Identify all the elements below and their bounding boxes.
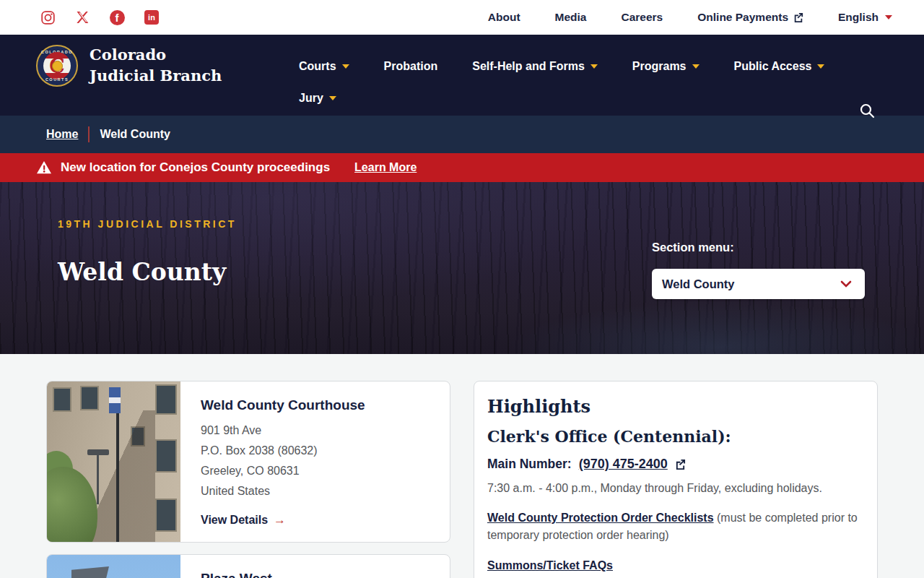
nav-menu: Courts Probation Self-Help and Forms Pro… bbox=[299, 51, 761, 114]
alert-message: New location for Conejos County proceedi… bbox=[61, 160, 330, 175]
seal-bottom-text: COURTS bbox=[38, 77, 77, 82]
breadcrumb-divider bbox=[88, 126, 90, 142]
courthouse-photo bbox=[47, 381, 180, 542]
section-menu-label: Section menu: bbox=[652, 241, 734, 254]
top-links: About Media Careers Online Payments Engl… bbox=[488, 11, 892, 24]
external-link-icon bbox=[675, 459, 686, 470]
seal-inner: C bbox=[43, 52, 71, 79]
brand-home-link[interactable]: COLORADO C COURTS Colorado Judicial Bran… bbox=[36, 45, 234, 87]
card-body: Plaza West bbox=[180, 555, 292, 578]
section-menu-value: Weld County bbox=[662, 277, 735, 291]
nav-item-programs[interactable]: Programs bbox=[632, 60, 699, 73]
protection-order-checklists-link[interactable]: Weld County Protection Order Checklists bbox=[487, 512, 714, 524]
brand-title: Colorado Judicial Branch bbox=[90, 45, 234, 87]
summons-ticket-faqs-link[interactable]: Summons/Ticket FAQs bbox=[487, 559, 613, 571]
external-link-icon bbox=[793, 12, 803, 22]
nav-item-label: Programs bbox=[632, 60, 687, 73]
language-label: English bbox=[838, 11, 879, 24]
nav-item-label: Courts bbox=[299, 60, 336, 73]
address-line-2: P.O. Box 2038 (80632) bbox=[201, 441, 365, 461]
nav-row-2: Jury bbox=[299, 82, 761, 114]
seal-gold-center bbox=[52, 61, 63, 72]
colorado-courts-seal-logo: COLORADO C COURTS bbox=[36, 45, 78, 87]
nav-item-public-access[interactable]: Public Access bbox=[734, 60, 825, 73]
address-line-3: Greeley, CO 80631 bbox=[201, 461, 365, 481]
highlights-title: Highlights bbox=[487, 396, 864, 417]
language-selector[interactable]: English bbox=[838, 11, 892, 24]
card-body: Weld County Courthouse 901 9th Ave P.O. … bbox=[180, 381, 385, 542]
social-icons: f in bbox=[40, 9, 160, 25]
summons-paragraph: Summons/Ticket FAQs bbox=[487, 557, 864, 574]
nav-item-self-help-and-forms[interactable]: Self-Help and Forms bbox=[472, 60, 598, 73]
top-link-online-payments[interactable]: Online Payments bbox=[697, 11, 803, 24]
nav-item-label: Jury bbox=[299, 92, 323, 105]
main-number-label: Main Number: bbox=[487, 457, 572, 472]
x-twitter-icon[interactable] bbox=[74, 9, 90, 25]
main-content: Weld County Courthouse 901 9th Ave P.O. … bbox=[0, 354, 924, 578]
main-navigation: COLORADO C COURTS Colorado Judicial Bran… bbox=[0, 35, 924, 116]
main-number-row: Main Number: (970) 475-2400 bbox=[487, 457, 864, 472]
breadcrumb: Home Weld County bbox=[0, 116, 924, 153]
nav-item-jury[interactable]: Jury bbox=[299, 92, 336, 105]
plaza-west-photo bbox=[47, 555, 180, 578]
linkedin-glyph: in bbox=[144, 10, 159, 25]
chevron-down-icon bbox=[329, 96, 336, 100]
district-eyebrow: 19TH JUDICIAL DISTRICT bbox=[58, 218, 237, 230]
clerks-office-heading: Clerk's Office (Centennial): bbox=[487, 427, 864, 446]
top-utility-bar: f in About Media Careers Online Payments… bbox=[0, 0, 924, 35]
address-line-4: United States bbox=[201, 481, 365, 501]
facebook-icon[interactable]: f bbox=[109, 9, 125, 25]
section-menu-dropdown[interactable]: Weld County bbox=[652, 269, 865, 299]
facebook-glyph: f bbox=[110, 10, 125, 25]
chevron-down-icon bbox=[885, 15, 892, 20]
nav-row-1: Courts Probation Self-Help and Forms Pro… bbox=[299, 51, 761, 82]
chevron-down-icon bbox=[840, 280, 852, 288]
nav-item-courts[interactable]: Courts bbox=[299, 60, 349, 73]
top-link-careers[interactable]: Careers bbox=[622, 11, 663, 24]
search-icon[interactable] bbox=[859, 103, 875, 118]
chevron-down-icon bbox=[342, 64, 349, 69]
location-card-weld-county-courthouse: Weld County Courthouse 901 9th Ave P.O. … bbox=[46, 381, 450, 543]
view-details-label: View Details bbox=[201, 514, 268, 527]
linkedin-icon[interactable]: in bbox=[144, 9, 160, 25]
nav-item-label: Public Access bbox=[734, 60, 812, 73]
breadcrumb-current: Weld County bbox=[100, 128, 170, 141]
protection-order-paragraph: Weld County Protection Order Checklists … bbox=[487, 509, 864, 544]
instagram-icon[interactable] bbox=[40, 9, 56, 25]
hero-banner: 19TH JUDICIAL DISTRICT Weld County Secti… bbox=[0, 182, 924, 354]
location-card-plaza-west: Plaza West bbox=[46, 554, 450, 578]
alert-learn-more-link[interactable]: Learn More bbox=[354, 161, 417, 174]
alert-banner: New location for Conejos County proceedi… bbox=[0, 153, 924, 182]
office-hours: 7:30 a.m. - 4:00 p.m., Monday through Fr… bbox=[487, 482, 864, 495]
page-title: Weld County bbox=[58, 258, 226, 286]
view-details-link[interactable]: View Details → bbox=[201, 513, 365, 527]
nav-item-label: Probation bbox=[384, 60, 438, 73]
highlights-panel: Highlights Clerk's Office (Centennial): … bbox=[474, 381, 878, 578]
nav-item-probation[interactable]: Probation bbox=[384, 60, 438, 73]
chevron-down-icon bbox=[590, 64, 598, 69]
chevron-down-icon bbox=[692, 64, 699, 69]
top-link-media[interactable]: Media bbox=[555, 11, 587, 24]
main-number-phone-link[interactable]: (970) 475-2400 bbox=[579, 457, 668, 472]
address-line-1: 901 9th Ave bbox=[201, 420, 365, 441]
top-link-about[interactable]: About bbox=[488, 11, 520, 24]
online-payments-label: Online Payments bbox=[697, 11, 788, 24]
breadcrumb-home-link[interactable]: Home bbox=[46, 128, 78, 141]
arrow-right-icon: → bbox=[274, 513, 286, 527]
chevron-down-icon bbox=[817, 64, 824, 69]
warning-icon bbox=[36, 160, 52, 175]
location-card-title: Plaza West bbox=[201, 571, 272, 578]
locations-column: Weld County Courthouse 901 9th Ave P.O. … bbox=[46, 381, 450, 578]
nav-item-label: Self-Help and Forms bbox=[472, 60, 585, 73]
location-card-title: Weld County Courthouse bbox=[201, 397, 365, 413]
